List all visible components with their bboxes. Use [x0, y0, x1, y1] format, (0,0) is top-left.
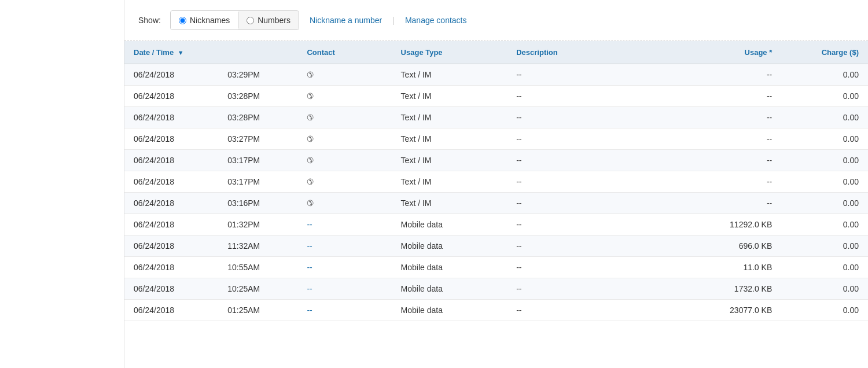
- cell-usage-type: Text / IM: [392, 64, 507, 86]
- cell-charge: 0.00: [781, 257, 868, 278]
- cell-time: 03:29PM: [218, 64, 297, 86]
- cell-charge: 0.00: [781, 193, 868, 214]
- cell-contact: --: [297, 235, 391, 257]
- header-description[interactable]: Description: [507, 41, 665, 64]
- cell-time: 03:28PM: [218, 86, 297, 107]
- table-row: 06/24/201810:25AM--Mobile data--1732.0 K…: [124, 278, 868, 300]
- cell-date: 06/24/2018: [124, 214, 218, 235]
- cell-contact: --: [297, 300, 391, 321]
- table-row: 06/24/201801:25AM--Mobile data--23077.0 …: [124, 300, 868, 321]
- cell-date: 06/24/2018: [124, 64, 218, 86]
- cell-charge: 0.00: [781, 86, 868, 107]
- cell-description: --: [507, 235, 665, 257]
- cell-description: --: [507, 278, 665, 300]
- radio-group: Nicknames Numbers: [170, 10, 299, 30]
- contact-dash-link[interactable]: --: [307, 306, 312, 315]
- table-row: 06/24/201803:16PM✆Text / IM----0.00: [124, 193, 868, 214]
- cell-usage-type: Mobile data: [392, 214, 507, 235]
- cell-usage-type: Text / IM: [392, 128, 507, 150]
- header-charge[interactable]: Charge ($): [781, 41, 868, 64]
- phone-icon: ✆: [307, 70, 314, 79]
- cell-usage: 11292.0 KB: [666, 214, 782, 235]
- cell-contact: ✆: [297, 128, 391, 150]
- cell-contact: ✆: [297, 86, 391, 107]
- cell-date: 06/24/2018: [124, 86, 218, 107]
- sort-arrow-icon: ▼: [178, 49, 184, 56]
- cell-time: 03:28PM: [218, 107, 297, 128]
- cell-contact: ✆: [297, 171, 391, 193]
- cell-charge: 0.00: [781, 235, 868, 257]
- cell-usage: --: [666, 171, 782, 193]
- contact-dash-link[interactable]: --: [307, 241, 312, 251]
- cell-date: 06/24/2018: [124, 107, 218, 128]
- phone-icon: ✆: [307, 91, 314, 101]
- cell-usage: 23077.0 KB: [666, 300, 782, 321]
- cell-time: 11:32AM: [218, 235, 297, 257]
- table-row: 06/24/201803:17PM✆Text / IM----0.00: [124, 150, 868, 171]
- table-row: 06/24/201803:28PM✆Text / IM----0.00: [124, 86, 868, 107]
- cell-usage: --: [666, 64, 782, 86]
- header-date-time[interactable]: Date / Time ▼: [124, 41, 297, 64]
- show-label: Show:: [138, 16, 161, 25]
- cell-charge: 0.00: [781, 278, 868, 300]
- usage-table: Date / Time ▼ Contact Usage Type Descrip…: [124, 41, 868, 321]
- cell-usage-type: Text / IM: [392, 171, 507, 193]
- cell-usage: 11.0 KB: [666, 257, 782, 278]
- table-row: 06/24/201810:55AM--Mobile data--11.0 KB0…: [124, 257, 868, 278]
- header-contact[interactable]: Contact: [297, 41, 391, 64]
- cell-usage-type: Mobile data: [392, 257, 507, 278]
- phone-icon: ✆: [307, 177, 314, 186]
- header-usage-type[interactable]: Usage Type: [392, 41, 507, 64]
- cell-contact: ✆: [297, 64, 391, 86]
- cell-usage-type: Text / IM: [392, 150, 507, 171]
- cell-charge: 0.00: [781, 171, 868, 193]
- cell-contact: --: [297, 257, 391, 278]
- link-separator: |: [392, 16, 395, 25]
- manage-contacts-link[interactable]: Manage contacts: [400, 16, 472, 25]
- nicknames-radio[interactable]: [179, 17, 186, 24]
- contact-dash-link[interactable]: --: [307, 220, 312, 229]
- cell-charge: 0.00: [781, 107, 868, 128]
- cell-description: --: [507, 257, 665, 278]
- cell-usage: --: [666, 128, 782, 150]
- header-date-time-label: Date / Time: [134, 48, 174, 57]
- cell-time: 01:25AM: [218, 300, 297, 321]
- contact-dash-link[interactable]: --: [307, 263, 312, 272]
- cell-usage-type: Mobile data: [392, 235, 507, 257]
- header-usage[interactable]: Usage *: [666, 41, 782, 64]
- numbers-radio[interactable]: [247, 17, 254, 24]
- cell-usage: --: [666, 107, 782, 128]
- header-usage-type-label: Usage Type: [401, 48, 443, 57]
- header-charge-label: Charge ($): [822, 48, 859, 57]
- cell-time: 03:27PM: [218, 128, 297, 150]
- nicknames-option[interactable]: Nicknames: [171, 11, 238, 30]
- cell-date: 06/24/2018: [124, 257, 218, 278]
- cell-description: --: [507, 193, 665, 214]
- cell-charge: 0.00: [781, 128, 868, 150]
- nicknames-label: Nicknames: [190, 16, 230, 25]
- cell-description: --: [507, 150, 665, 171]
- nickname-number-link[interactable]: Nickname a number: [305, 16, 387, 25]
- cell-usage: --: [666, 150, 782, 171]
- controls-bar: Show: Nicknames Numbers Nickname a numbe…: [124, 0, 868, 41]
- cell-usage-type: Text / IM: [392, 107, 507, 128]
- table-body: 06/24/201803:29PM✆Text / IM----0.0006/24…: [124, 64, 868, 321]
- sidebar: [0, 0, 124, 368]
- contact-dash-link[interactable]: --: [307, 284, 312, 293]
- cell-description: --: [507, 171, 665, 193]
- header-usage-label: Usage *: [745, 48, 773, 57]
- cell-description: --: [507, 64, 665, 86]
- phone-icon: ✆: [307, 134, 314, 143]
- cell-date: 06/24/2018: [124, 235, 218, 257]
- table-row: 06/24/201803:28PM✆Text / IM----0.00: [124, 107, 868, 128]
- cell-description: --: [507, 128, 665, 150]
- cell-usage-type: Text / IM: [392, 86, 507, 107]
- cell-charge: 0.00: [781, 64, 868, 86]
- numbers-label: Numbers: [258, 16, 290, 25]
- header-description-label: Description: [516, 48, 558, 57]
- numbers-option[interactable]: Numbers: [238, 11, 299, 30]
- cell-contact: ✆: [297, 150, 391, 171]
- cell-time: 03:17PM: [218, 150, 297, 171]
- cell-usage: 696.0 KB: [666, 235, 782, 257]
- cell-contact: --: [297, 278, 391, 300]
